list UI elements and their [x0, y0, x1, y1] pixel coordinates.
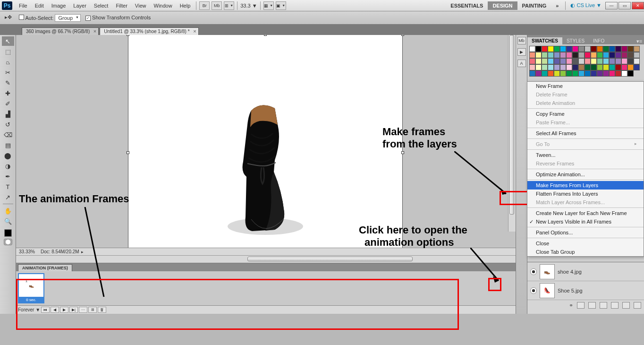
- workspace-design[interactable]: DESIGN: [488, 1, 517, 10]
- swatch[interactable]: [609, 64, 615, 70]
- swatch[interactable]: [542, 46, 548, 52]
- frame-delay[interactable]: 0 sec.: [19, 297, 43, 302]
- swatch[interactable]: [609, 70, 615, 77]
- swatch[interactable]: [609, 52, 615, 58]
- menu-item[interactable]: Make Frames From Layers: [527, 181, 644, 190]
- swatch[interactable]: [603, 46, 609, 52]
- workspace-painting[interactable]: PAINTING: [517, 1, 551, 10]
- swatch[interactable]: [560, 52, 566, 58]
- menu-image[interactable]: Image: [48, 1, 70, 10]
- history-panel-icon[interactable]: ▶: [517, 48, 526, 56]
- menu-item[interactable]: Select All Frames: [527, 129, 644, 138]
- eraser-tool[interactable]: ⌫: [2, 130, 14, 139]
- animation-frame-thumb[interactable]: 1👞 0 sec.: [18, 273, 44, 303]
- swatch[interactable]: [597, 58, 603, 64]
- swatch[interactable]: [578, 70, 585, 77]
- adjustment-button[interactable]: [600, 302, 607, 309]
- canvas-stage[interactable]: [16, 35, 516, 248]
- swatch[interactable]: [542, 52, 548, 58]
- swatch[interactable]: [535, 70, 542, 77]
- swatch[interactable]: [603, 70, 609, 77]
- swatch[interactable]: [578, 64, 585, 70]
- char-panel-icon[interactable]: A: [517, 60, 526, 67]
- swatch[interactable]: [535, 46, 542, 52]
- transform-handle[interactable]: [401, 35, 404, 36]
- pen-tool[interactable]: ✒: [2, 172, 14, 181]
- zoom-tool[interactable]: 🔍: [2, 216, 14, 226]
- zoom-readout[interactable]: 33.3 ▼: [239, 3, 258, 9]
- group-button[interactable]: [611, 302, 619, 309]
- swatch[interactable]: [560, 64, 566, 70]
- view-extras-button[interactable]: ⊞: [224, 1, 234, 10]
- tween-button[interactable]: ⋯: [79, 307, 87, 313]
- swatch[interactable]: [572, 46, 578, 52]
- artboard[interactable]: [128, 35, 402, 248]
- swatch[interactable]: [554, 46, 560, 52]
- new-layer-button[interactable]: [622, 302, 630, 309]
- swatch[interactable]: [578, 46, 585, 52]
- swatch[interactable]: [621, 58, 627, 64]
- swatch[interactable]: [554, 70, 560, 77]
- zoom-percent[interactable]: 33.33%: [19, 249, 35, 254]
- swatch[interactable]: [585, 52, 591, 58]
- layer-name[interactable]: Shoe 5.jpg: [558, 288, 583, 293]
- workspace-more[interactable]: »: [551, 1, 563, 10]
- swatch[interactable]: [615, 58, 621, 64]
- swatch[interactable]: [554, 58, 560, 64]
- menu-item[interactable]: Close: [527, 239, 644, 248]
- swatch[interactable]: [578, 52, 585, 58]
- swatch[interactable]: [597, 70, 603, 77]
- horizontal-scrollbar[interactable]: [16, 255, 516, 263]
- swatch[interactable]: [585, 64, 591, 70]
- swatch[interactable]: [560, 70, 566, 77]
- menu-layer[interactable]: Layer: [69, 1, 90, 10]
- swatch[interactable]: [591, 64, 597, 70]
- menu-item[interactable]: New Layers Visible in All Frames: [527, 217, 644, 226]
- swatch[interactable]: [548, 46, 554, 52]
- swatch[interactable]: [591, 58, 597, 64]
- mb-panel-icon[interactable]: Mb: [517, 37, 526, 44]
- swatch[interactable]: [585, 70, 591, 77]
- menu-item[interactable]: New Frame: [527, 82, 644, 90]
- path-tool[interactable]: ↗: [2, 192, 14, 202]
- delete-frame-button[interactable]: 🗑: [98, 307, 106, 313]
- window-restore[interactable]: ▭: [619, 2, 631, 9]
- menu-filter[interactable]: Filter: [112, 1, 131, 10]
- swatch[interactable]: [597, 46, 603, 52]
- swatch[interactable]: [529, 64, 535, 70]
- swatch[interactable]: [609, 58, 615, 64]
- swatches-grid[interactable]: [527, 44, 644, 78]
- mask-button[interactable]: [588, 302, 596, 309]
- scrollbar-thumb[interactable]: [247, 257, 413, 261]
- brush-tool[interactable]: ✐: [2, 99, 14, 108]
- visibility-icon[interactable]: [530, 287, 537, 294]
- first-frame-button[interactable]: ⏮: [41, 307, 50, 313]
- foreground-color[interactable]: [4, 229, 12, 237]
- transform-handle[interactable]: [401, 151, 404, 154]
- fx-button[interactable]: [577, 302, 585, 309]
- history-brush-tool[interactable]: ↺: [2, 120, 14, 129]
- minibridge-button[interactable]: Mb: [212, 1, 222, 10]
- menu-edit[interactable]: Edit: [31, 1, 48, 10]
- swatch[interactable]: [627, 52, 634, 58]
- quick-mask-button[interactable]: [4, 239, 12, 245]
- swatch[interactable]: [591, 46, 597, 52]
- swatch[interactable]: [548, 70, 554, 77]
- menu-item[interactable]: Flatten Frames Into Layers: [527, 190, 644, 198]
- screen-mode-button[interactable]: ▣: [276, 1, 286, 10]
- auto-select-combo[interactable]: Group: [55, 14, 81, 22]
- swatch[interactable]: [572, 58, 578, 64]
- bridge-button[interactable]: Br: [199, 1, 210, 10]
- menu-window[interactable]: Window: [150, 1, 176, 10]
- stamp-tool[interactable]: ▟: [2, 109, 14, 119]
- auto-select-checkbox[interactable]: [19, 15, 24, 20]
- lasso-tool[interactable]: ⏢: [2, 57, 14, 67]
- swatch[interactable]: [597, 64, 603, 70]
- tab-info[interactable]: INFO: [589, 37, 609, 44]
- swatch[interactable]: [529, 58, 535, 64]
- swatch[interactable]: [585, 46, 591, 52]
- vertical-scrollbar[interactable]: [508, 35, 516, 232]
- menu-file[interactable]: File: [15, 1, 31, 10]
- swatch[interactable]: [560, 46, 566, 52]
- swatch[interactable]: [615, 46, 621, 52]
